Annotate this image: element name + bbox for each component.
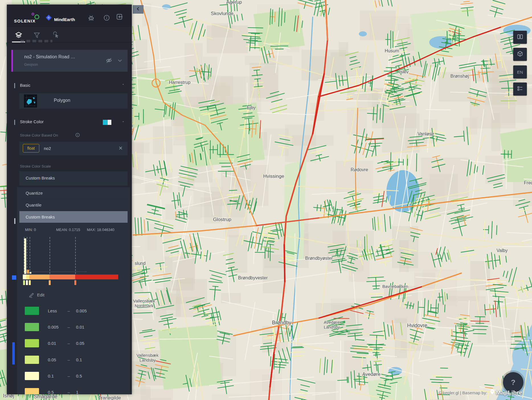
stroke-color-swatch[interactable]: [103, 120, 111, 125]
collapse-left-icon: [136, 6, 141, 13]
legend-from-value: Less: [48, 308, 66, 313]
solenix-ring-small: [32, 13, 34, 15]
clear-x-icon[interactable]: ✕: [118, 146, 123, 151]
legend-row: 0.1 – 0.5: [19, 372, 128, 380]
legend-color-swatch[interactable]: [25, 372, 39, 380]
legend-color-swatch[interactable]: [25, 339, 39, 347]
geometry-type-label: Polygon: [54, 98, 70, 103]
legend-row: 0.01 – 0.05: [19, 339, 128, 348]
ramp-segment: [50, 275, 75, 279]
break-handle[interactable]: [23, 280, 25, 285]
legend-to-value: 0.005: [76, 308, 87, 313]
language-button[interactable]: EN: [513, 65, 527, 79]
legend-color-swatch[interactable]: [25, 307, 39, 315]
mindearth-label: MindEarth: [54, 17, 75, 22]
legend-list-icon: [517, 85, 523, 93]
legend-from-value: 0.5: [48, 390, 66, 394]
legend-color-swatch[interactable]: [25, 323, 39, 331]
field-selector[interactable]: float no2 ✕: [19, 142, 128, 155]
break-marker-line: [30, 237, 30, 280]
legend-dash: –: [67, 390, 70, 394]
legend-row: 0.005 – 0.01: [19, 323, 128, 331]
map-pin-icon: [490, 389, 495, 396]
map-attribution: © kepler.gl | Basemap by: MapLibre: [439, 387, 522, 398]
break-handle[interactable]: [26, 280, 28, 285]
hidden-accent-fragment: [12, 342, 15, 364]
histogram-baseline: [30, 271, 87, 272]
layer-card[interactable]: no2 - Simulation Road … Geojson: [11, 50, 128, 72]
break-marker-line: [75, 237, 76, 280]
legend-dash: –: [67, 374, 70, 378]
color-ramp[interactable]: [23, 275, 118, 279]
ramp-segment: [23, 275, 26, 279]
map-legend-button[interactable]: [513, 83, 527, 96]
section-accent: [14, 83, 15, 88]
legend-dash: –: [67, 325, 70, 329]
language-label: EN: [517, 70, 523, 75]
legend-row: Less – 0.005: [19, 307, 128, 315]
stat-mean: MEAN: 0.1715: [56, 228, 80, 232]
legend-dash: –: [67, 341, 70, 346]
app: ÅgerupSkovlundeHusumIslevBrønshøjHarrest…: [0, 0, 532, 400]
legend-from-value: 0.01: [48, 341, 66, 346]
edit-breaks-button[interactable]: Edit: [28, 292, 85, 299]
help-icon: ?: [511, 378, 515, 387]
section-stroke-title: Stroke Color: [20, 119, 44, 124]
collapse-sidebar-button[interactable]: [133, 5, 144, 14]
break-handle[interactable]: [48, 280, 51, 285]
legend-to-value: 0.01: [76, 325, 84, 329]
layer-title: no2 - Simulation Road …: [24, 54, 104, 59]
stat-min: MIN: 0: [25, 228, 36, 232]
break-handle[interactable]: [74, 280, 77, 285]
legend-row: 0.05 – 0.1: [19, 356, 128, 364]
attribution-text: © kepler.gl | Basemap by:: [439, 390, 487, 395]
field-name: no2: [44, 146, 51, 151]
stat-max: MAX: 18.046340: [87, 228, 119, 232]
toggle-3d-button[interactable]: [513, 48, 527, 61]
legend-from-value: 0.005: [48, 325, 66, 329]
legend-dash: –: [67, 308, 70, 313]
legend-to-value: 0.05: [76, 341, 84, 346]
scale-select[interactable]: Custom Breaks: [19, 171, 128, 185]
cube-3d-icon: [517, 50, 523, 58]
ramp-segment: [75, 275, 118, 279]
break-marker-line: [27, 237, 27, 280]
legend-to-value: 1: [76, 390, 78, 394]
legend-to-value: 0.1: [76, 357, 82, 362]
section-accent: [14, 120, 15, 125]
field-type-badge: float: [23, 144, 39, 152]
polygon-thumbnail: [24, 94, 37, 108]
tabbar-divider: [7, 42, 132, 43]
legend-from-value: 0.1: [48, 374, 66, 378]
scale-option[interactable]: Custom Breaks: [19, 211, 128, 223]
side-panel: SOLENIX MindEarth: [7, 5, 132, 394]
break-handle[interactable]: [28, 280, 31, 285]
scale-option[interactable]: Quantize: [19, 187, 128, 199]
break-marker-line: [50, 237, 50, 280]
break-marker-line: [24, 237, 24, 280]
solenix-ring-large: [34, 15, 39, 19]
legend-color-swatch[interactable]: [25, 388, 39, 394]
legend-row: 0.5 – 1: [19, 388, 128, 394]
panel-header: SOLENIX MindEarth: [7, 5, 132, 27]
scale-option[interactable]: Quantile: [19, 199, 128, 211]
legend-dash: –: [67, 357, 70, 362]
legend-color-swatch[interactable]: [25, 356, 39, 364]
clipped-dataset-text: [21, 40, 52, 42]
section-basic-title: Basic: [20, 83, 30, 88]
legend-from-value: 0.05: [48, 357, 66, 362]
layer-type: Geojson: [24, 62, 38, 67]
hidden-section-accent-fragment: [14, 218, 15, 224]
ramp-segment: [29, 275, 50, 279]
ramp-segment: [26, 275, 29, 279]
edit-label: Edit: [37, 292, 44, 297]
legend-to-value: 0.5: [76, 374, 82, 378]
maplibre-logo[interactable]: MapLibre: [490, 389, 522, 396]
scale-select-value: Custom Breaks: [26, 176, 55, 180]
scale-label: Stroke Color Scale: [20, 164, 51, 168]
hidden-color-swatch-fragment: [12, 275, 16, 280]
split-map-button[interactable]: [513, 31, 527, 44]
geometry-type-row[interactable]: Polygon: [19, 93, 128, 109]
scale-options: QuantizeQuantileCustom Breaks: [19, 187, 128, 223]
maplibre-label: MapLibre: [496, 389, 522, 396]
